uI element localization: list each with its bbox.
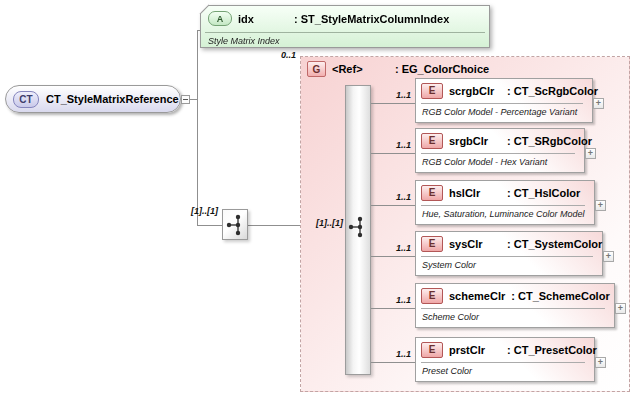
element-name: schemeClr bbox=[449, 290, 505, 302]
element-cardinality: 1..1 bbox=[373, 243, 411, 253]
divider bbox=[421, 153, 575, 154]
expand-button[interactable]: + bbox=[585, 148, 596, 159]
element-cardinality: 1..1 bbox=[373, 90, 411, 100]
divider bbox=[421, 103, 583, 104]
element-box-prstClr[interactable]: E prstClr : CT_PresetColor Preset Color bbox=[415, 337, 595, 382]
complex-type-box[interactable]: CT CT_StyleMatrixReference bbox=[5, 85, 181, 113]
group-cardinality: 0..1 bbox=[258, 50, 296, 60]
element-name: hslClr bbox=[449, 187, 501, 199]
connector-line bbox=[371, 103, 415, 104]
group-type: : EG_ColorChoice bbox=[395, 63, 489, 75]
attribute-name: idx bbox=[238, 13, 288, 25]
element-annotation: Hue, Saturation, Luminance Color Model bbox=[422, 209, 585, 219]
schema-diagram: CT CT_StyleMatrixReference A idx : ST_St… bbox=[0, 0, 635, 400]
element-badge: E bbox=[421, 83, 443, 99]
element-name: prstClr bbox=[449, 344, 501, 356]
attribute-annotation: Style Matrix Index bbox=[208, 36, 280, 46]
divider bbox=[421, 308, 605, 309]
choice-indicator[interactable] bbox=[222, 209, 248, 240]
expand-button[interactable]: + bbox=[615, 303, 626, 314]
element-name: sysClr bbox=[449, 238, 501, 250]
element-type: : CT_PresetColor bbox=[507, 344, 597, 356]
expand-button[interactable]: + bbox=[595, 200, 606, 211]
element-type: : CT_SRgbColor bbox=[507, 135, 592, 147]
expand-button[interactable]: + bbox=[593, 98, 604, 109]
attribute-type: : ST_StyleMatrixColumnIndex bbox=[294, 13, 449, 25]
element-cardinality: 1..1 bbox=[373, 295, 411, 305]
collapse-toggle[interactable] bbox=[181, 95, 190, 104]
group-header: G <Ref> : EG_ColorChoice bbox=[307, 61, 489, 77]
element-box-scrgbClr[interactable]: E scrgbClr : CT_ScRgbColor RGB Color Mod… bbox=[415, 78, 593, 123]
choice-icon bbox=[225, 213, 245, 237]
element-badge: E bbox=[421, 133, 443, 149]
connector-line bbox=[371, 153, 415, 154]
element-type: : CT_SystemColor bbox=[507, 238, 602, 250]
connector-line bbox=[197, 225, 222, 226]
element-annotation: RGB Color Model - Percentage Variant bbox=[422, 107, 577, 117]
choice-cardinality: [1]..[1] bbox=[180, 206, 218, 216]
element-box-schemeClr[interactable]: E schemeClr : CT_SchemeColor Scheme Colo… bbox=[415, 283, 615, 328]
element-annotation: Scheme Color bbox=[422, 312, 479, 322]
element-box-hslClr[interactable]: E hslClr : CT_HslColor Hue, Saturation, … bbox=[415, 180, 595, 225]
connector-line bbox=[190, 99, 197, 100]
divider bbox=[421, 362, 585, 363]
connector-line bbox=[371, 256, 415, 257]
element-badge: E bbox=[421, 342, 443, 358]
choice-icon bbox=[347, 215, 367, 239]
element-annotation: RGB Color Model - Hex Variant bbox=[422, 157, 547, 167]
group-name: <Ref> bbox=[332, 63, 389, 75]
element-cardinality: 1..1 bbox=[373, 192, 411, 202]
connector-line bbox=[371, 205, 415, 206]
inner-choice-cardinality: [1]..[1] bbox=[305, 218, 343, 228]
element-cardinality: 1..1 bbox=[373, 349, 411, 359]
complex-type-badge: CT bbox=[13, 91, 39, 108]
complex-type-label: CT_StyleMatrixReference bbox=[46, 93, 179, 105]
connector-line bbox=[248, 225, 300, 226]
element-badge: E bbox=[421, 236, 443, 252]
connector-line bbox=[197, 30, 198, 226]
divider bbox=[205, 32, 485, 33]
element-annotation: System Color bbox=[422, 260, 476, 270]
expand-button[interactable]: + bbox=[595, 357, 606, 368]
element-type: : CT_SchemeColor bbox=[511, 290, 609, 302]
divider bbox=[421, 205, 585, 206]
minus-icon bbox=[183, 99, 188, 100]
group-badge: G bbox=[307, 61, 326, 77]
element-type: : CT_ScRgbColor bbox=[507, 85, 598, 97]
element-box-sysClr[interactable]: E sysClr : CT_SystemColor System Color bbox=[415, 231, 603, 276]
element-cardinality: 1..1 bbox=[373, 140, 411, 150]
connector-line bbox=[371, 362, 415, 363]
expand-button[interactable]: + bbox=[603, 251, 614, 262]
element-badge: E bbox=[421, 288, 443, 304]
element-name: scrgbClr bbox=[449, 85, 501, 97]
attribute-badge: A bbox=[208, 11, 232, 26]
attribute-box[interactable]: A idx : ST_StyleMatrixColumnIndex Style … bbox=[200, 5, 490, 48]
element-type: : CT_HslColor bbox=[507, 187, 580, 199]
element-name: srgbClr bbox=[449, 135, 501, 147]
element-badge: E bbox=[421, 185, 443, 201]
connector-line bbox=[371, 308, 415, 309]
divider bbox=[421, 256, 593, 257]
element-annotation: Preset Color bbox=[422, 366, 472, 376]
attribute-box-body: A idx : ST_StyleMatrixColumnIndex Style … bbox=[200, 5, 490, 48]
element-box-srgbClr[interactable]: E srgbClr : CT_SRgbColor RGB Color Model… bbox=[415, 128, 585, 173]
